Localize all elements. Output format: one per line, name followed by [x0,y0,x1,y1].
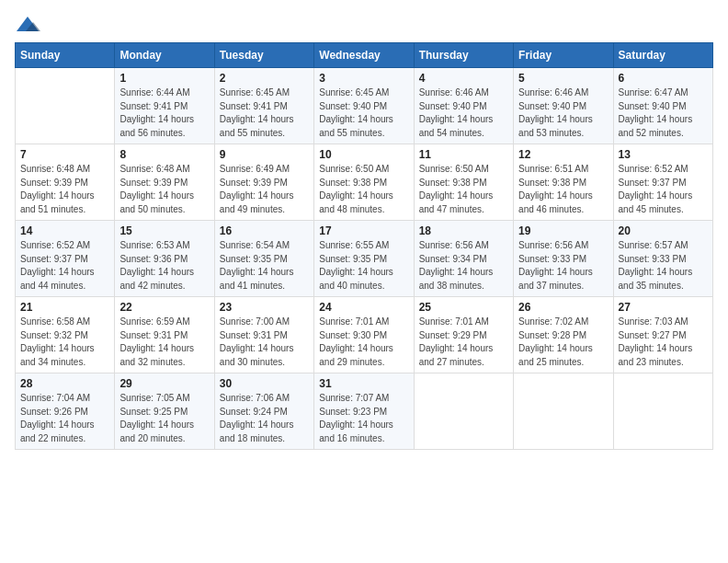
day-info: Sunrise: 7:03 AM Sunset: 9:27 PM Dayligh… [619,316,708,369]
week-row-5: 28Sunrise: 7:04 AM Sunset: 9:26 PM Dayli… [16,373,713,450]
calendar-cell: 25Sunrise: 7:01 AM Sunset: 9:29 PM Dayli… [414,297,513,373]
calendar-cell: 7Sunrise: 6:48 AM Sunset: 9:39 PM Daylig… [16,144,115,221]
calendar-cell: 8Sunrise: 6:48 AM Sunset: 9:39 PM Daylig… [115,144,214,221]
week-row-2: 7Sunrise: 6:48 AM Sunset: 9:39 PM Daylig… [16,144,713,221]
logo [15,15,44,35]
header-row: SundayMondayTuesdayWednesdayThursdayFrid… [16,43,713,68]
day-number: 16 [220,224,309,237]
day-info: Sunrise: 6:59 AM Sunset: 9:31 PM Dayligh… [119,316,209,369]
calendar-cell: 11Sunrise: 6:50 AM Sunset: 9:38 PM Dayli… [414,144,513,221]
day-number: 12 [518,148,608,161]
calendar-cell [613,373,712,450]
calendar-cell [414,373,513,450]
day-number: 30 [220,377,309,390]
day-number: 26 [518,301,608,314]
calendar-cell: 9Sunrise: 6:49 AM Sunset: 9:39 PM Daylig… [214,144,313,221]
day-number: 25 [419,301,508,314]
page-header [15,15,713,35]
calendar-cell: 29Sunrise: 7:05 AM Sunset: 9:25 PM Dayli… [115,373,214,450]
day-number: 2 [220,72,309,85]
day-number: 6 [619,72,708,85]
day-number: 21 [20,301,109,314]
day-info: Sunrise: 6:50 AM Sunset: 9:38 PM Dayligh… [419,163,508,216]
calendar-cell: 5Sunrise: 6:46 AM Sunset: 9:40 PM Daylig… [514,68,613,144]
calendar-cell: 10Sunrise: 6:50 AM Sunset: 9:38 PM Dayli… [314,144,414,221]
column-header-sunday: Sunday [16,43,115,68]
day-info: Sunrise: 7:01 AM Sunset: 9:30 PM Dayligh… [319,316,408,369]
calendar-cell: 31Sunrise: 7:07 AM Sunset: 9:23 PM Dayli… [314,373,414,450]
calendar-cell: 27Sunrise: 7:03 AM Sunset: 9:27 PM Dayli… [613,297,712,373]
day-number: 22 [119,301,209,314]
day-info: Sunrise: 6:48 AM Sunset: 9:39 PM Dayligh… [20,163,109,216]
day-info: Sunrise: 6:44 AM Sunset: 9:41 PM Dayligh… [119,86,209,140]
day-number: 4 [419,72,508,85]
day-info: Sunrise: 6:56 AM Sunset: 9:33 PM Dayligh… [518,239,608,293]
column-header-wednesday: Wednesday [314,43,414,68]
calendar-cell: 30Sunrise: 7:06 AM Sunset: 9:24 PM Dayli… [214,373,313,450]
day-number: 28 [20,377,109,390]
day-info: Sunrise: 6:49 AM Sunset: 9:39 PM Dayligh… [220,163,309,216]
day-number: 27 [619,301,708,314]
day-number: 18 [419,224,508,237]
day-info: Sunrise: 7:04 AM Sunset: 9:26 PM Dayligh… [20,392,109,445]
calendar-cell: 17Sunrise: 6:55 AM Sunset: 9:35 PM Dayli… [314,221,414,297]
calendar-cell: 26Sunrise: 7:02 AM Sunset: 9:28 PM Dayli… [514,297,613,373]
day-number: 19 [518,224,608,237]
day-info: Sunrise: 6:56 AM Sunset: 9:34 PM Dayligh… [419,239,508,293]
day-info: Sunrise: 6:45 AM Sunset: 9:40 PM Dayligh… [319,86,408,140]
calendar-cell: 4Sunrise: 6:46 AM Sunset: 9:40 PM Daylig… [414,68,513,144]
calendar-cell: 20Sunrise: 6:57 AM Sunset: 9:33 PM Dayli… [613,221,712,297]
day-number: 5 [518,72,608,85]
logo-icon [15,15,40,35]
day-number: 20 [619,224,708,237]
calendar-cell: 28Sunrise: 7:04 AM Sunset: 9:26 PM Dayli… [16,373,115,450]
day-number: 17 [319,224,408,237]
day-number: 13 [619,148,708,161]
day-info: Sunrise: 6:53 AM Sunset: 9:36 PM Dayligh… [119,239,209,293]
calendar-cell: 15Sunrise: 6:53 AM Sunset: 9:36 PM Dayli… [115,221,214,297]
day-number: 31 [319,377,408,390]
day-info: Sunrise: 6:51 AM Sunset: 9:38 PM Dayligh… [518,163,608,216]
calendar-cell: 14Sunrise: 6:52 AM Sunset: 9:37 PM Dayli… [16,221,115,297]
day-number: 29 [119,377,209,390]
column-header-thursday: Thursday [414,43,513,68]
calendar-cell: 3Sunrise: 6:45 AM Sunset: 9:40 PM Daylig… [314,68,414,144]
day-number: 23 [220,301,309,314]
calendar-cell: 16Sunrise: 6:54 AM Sunset: 9:35 PM Dayli… [214,221,313,297]
calendar-header: SundayMondayTuesdayWednesdayThursdayFrid… [16,43,713,68]
day-info: Sunrise: 6:45 AM Sunset: 9:41 PM Dayligh… [220,86,309,140]
week-row-3: 14Sunrise: 6:52 AM Sunset: 9:37 PM Dayli… [16,221,713,297]
day-info: Sunrise: 6:47 AM Sunset: 9:40 PM Dayligh… [619,86,708,140]
calendar-cell [16,68,115,144]
day-number: 7 [20,148,109,161]
calendar-cell: 13Sunrise: 6:52 AM Sunset: 9:37 PM Dayli… [613,144,712,221]
day-info: Sunrise: 7:00 AM Sunset: 9:31 PM Dayligh… [220,316,309,369]
column-header-friday: Friday [514,43,613,68]
day-info: Sunrise: 6:52 AM Sunset: 9:37 PM Dayligh… [20,239,109,293]
calendar-cell: 1Sunrise: 6:44 AM Sunset: 9:41 PM Daylig… [115,68,214,144]
day-number: 3 [319,72,408,85]
day-info: Sunrise: 6:50 AM Sunset: 9:38 PM Dayligh… [319,163,408,216]
calendar-cell: 12Sunrise: 6:51 AM Sunset: 9:38 PM Dayli… [514,144,613,221]
day-info: Sunrise: 6:54 AM Sunset: 9:35 PM Dayligh… [220,239,309,293]
day-number: 14 [20,224,109,237]
day-info: Sunrise: 6:58 AM Sunset: 9:32 PM Dayligh… [20,316,109,369]
day-number: 1 [119,72,209,85]
week-row-1: 1Sunrise: 6:44 AM Sunset: 9:41 PM Daylig… [16,68,713,144]
column-header-monday: Monday [115,43,214,68]
day-number: 9 [220,148,309,161]
week-row-4: 21Sunrise: 6:58 AM Sunset: 9:32 PM Dayli… [16,297,713,373]
calendar-cell: 23Sunrise: 7:00 AM Sunset: 9:31 PM Dayli… [214,297,313,373]
day-info: Sunrise: 6:46 AM Sunset: 9:40 PM Dayligh… [518,86,608,140]
day-number: 8 [119,148,209,161]
calendar-cell: 6Sunrise: 6:47 AM Sunset: 9:40 PM Daylig… [613,68,712,144]
day-info: Sunrise: 7:02 AM Sunset: 9:28 PM Dayligh… [518,316,608,369]
calendar-cell: 22Sunrise: 6:59 AM Sunset: 9:31 PM Dayli… [115,297,214,373]
day-number: 15 [119,224,209,237]
day-info: Sunrise: 7:01 AM Sunset: 9:29 PM Dayligh… [419,316,508,369]
column-header-saturday: Saturday [613,43,712,68]
calendar-body: 1Sunrise: 6:44 AM Sunset: 9:41 PM Daylig… [16,68,713,450]
day-info: Sunrise: 6:57 AM Sunset: 9:33 PM Dayligh… [619,239,708,293]
day-info: Sunrise: 7:06 AM Sunset: 9:24 PM Dayligh… [220,392,309,445]
column-header-tuesday: Tuesday [214,43,313,68]
